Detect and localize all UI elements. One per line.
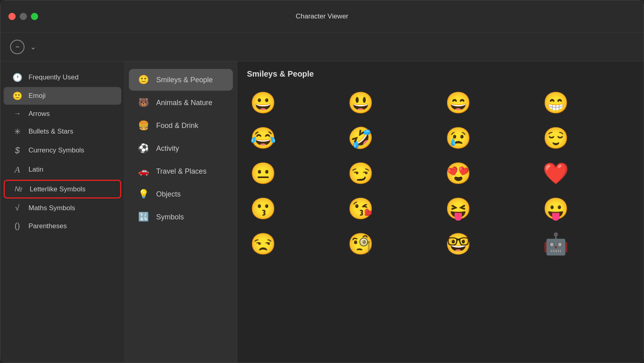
toolbar: ··· ⌄ <box>0 32 644 61</box>
sidebar-item-label: Parentheses <box>29 222 67 230</box>
emoji-cell[interactable]: 😗 <box>247 193 279 225</box>
arrow-icon: → <box>12 110 23 118</box>
emoji-cell[interactable]: ❤️ <box>540 157 572 189</box>
sidebar-item-letterlike-symbols[interactable]: № Letterlike Symbols <box>4 180 121 199</box>
sidebar-item-latin[interactable]: A Latin <box>4 160 121 179</box>
sidebar-item-emoji[interactable]: 🙂 Emoji <box>4 87 121 105</box>
emoji-cell[interactable]: 😀 <box>247 87 279 119</box>
smileys-icon: 🙂 <box>137 75 150 85</box>
more-options-button[interactable]: ··· <box>10 40 24 54</box>
emoji-cell[interactable]: 😁 <box>540 87 572 119</box>
activity-icon: ⚽ <box>137 143 150 154</box>
parentheses-icon: () <box>12 221 23 231</box>
symbols-icon: 🔣 <box>137 212 150 222</box>
maths-icon: √ <box>12 203 23 213</box>
middle-item-label: Objects <box>156 190 181 199</box>
sidebar-item-label: Emoji <box>29 92 46 100</box>
emoji-cell[interactable]: 🤣 <box>344 122 377 154</box>
sidebar-item-label: Letterlike Symbols <box>30 185 86 193</box>
sidebar-item-label: Maths Symbols <box>29 204 75 212</box>
emoji-cell[interactable]: 😝 <box>442 193 474 225</box>
middle-item-food-drink[interactable]: 🍔 Food & Drink <box>129 115 233 136</box>
emoji-cell[interactable]: 🧐 <box>344 228 377 260</box>
emoji-cell[interactable]: 😘 <box>344 193 377 225</box>
traffic-lights <box>8 13 38 20</box>
middle-item-label: Food & Drink <box>156 122 198 130</box>
middle-item-label: Symbols <box>156 213 184 221</box>
middle-item-objects[interactable]: 💡 Objects <box>129 183 233 205</box>
emoji-cell[interactable]: 😌 <box>540 122 572 154</box>
clock-icon: 🕐 <box>12 73 23 82</box>
character-viewer-window: Character Viewer ··· ⌄ 🕐 Frequently Used… <box>0 0 644 363</box>
sidebar-item-arrows[interactable]: → Arrows <box>4 105 121 122</box>
emoji-cell[interactable]: 😂 <box>247 122 279 154</box>
emoji-icon: 🙂 <box>12 91 23 101</box>
emoji-cell[interactable]: 😒 <box>247 228 279 260</box>
currency-icon: $ <box>12 145 23 156</box>
latin-icon: A <box>12 164 23 175</box>
middle-item-travel-places[interactable]: 🚗 Travel & Places <box>129 160 233 182</box>
sidebar-item-maths-symbols[interactable]: √ Maths Symbols <box>4 199 121 217</box>
sidebar-item-label: Bullets & Stars <box>29 128 73 136</box>
letterlike-icon: № <box>13 185 24 193</box>
emoji-cell[interactable]: 😍 <box>442 157 474 189</box>
chevron-down-icon[interactable]: ⌄ <box>30 43 36 51</box>
asterisk-icon: ✳ <box>12 127 23 136</box>
main-content: 🕐 Frequently Used 🙂 Emoji → Arrows ✳ Bul… <box>0 61 644 363</box>
sidebar-item-label: Latin <box>29 166 43 174</box>
sidebar-item-label: Frequently Used <box>29 73 79 81</box>
middle-item-activity[interactable]: ⚽ Activity <box>129 138 233 159</box>
sidebar-item-label: Arrows <box>29 110 50 118</box>
objects-icon: 💡 <box>137 189 150 199</box>
middle-item-label: Travel & Places <box>156 167 206 176</box>
more-options-icon: ··· <box>16 44 19 50</box>
animals-icon: 🐻 <box>137 97 150 108</box>
travel-icon: 🚗 <box>137 166 150 176</box>
emoji-cell[interactable]: 😛 <box>540 193 572 225</box>
sidebar-item-parentheses[interactable]: () Parentheses <box>4 217 121 235</box>
titlebar: Character Viewer <box>0 0 644 32</box>
middle-panel: 🙂 Smileys & People 🐻 Animals & Nature 🍔 … <box>125 61 237 363</box>
food-icon: 🍔 <box>137 120 150 131</box>
close-button[interactable] <box>8 13 16 20</box>
middle-item-animals-nature[interactable]: 🐻 Animals & Nature <box>129 92 233 114</box>
sidebar-item-currency-symbols[interactable]: $ Currency Symbols <box>4 141 121 160</box>
middle-item-label: Animals & Nature <box>156 99 212 107</box>
sidebar: 🕐 Frequently Used 🙂 Emoji → Arrows ✳ Bul… <box>0 61 125 363</box>
emoji-cell[interactable]: 😢 <box>442 122 474 154</box>
minimize-button[interactable] <box>20 13 27 20</box>
emoji-cell[interactable]: 😐 <box>247 157 279 189</box>
emoji-cell[interactable]: 😃 <box>344 87 377 119</box>
emoji-grid: 😀 😃 😄 😁 😂 🤣 😢 😌 😐 😏 😍 ❤️ 😗 😘 😝 😛 😒 🧐 🤓 <box>247 87 634 260</box>
emoji-cell[interactable]: 🤓 <box>442 228 474 260</box>
sidebar-item-label: Currency Symbols <box>29 146 84 154</box>
right-panel: Smileys & People 😀 😃 😄 😁 😂 🤣 😢 😌 😐 😏 😍 ❤… <box>237 61 644 363</box>
window-title: Character Viewer <box>296 12 348 20</box>
sidebar-item-bullets-stars[interactable]: ✳ Bullets & Stars <box>4 123 121 140</box>
emoji-cell[interactable]: 😏 <box>344 157 377 189</box>
middle-item-label: Activity <box>156 144 179 153</box>
maximize-button[interactable] <box>31 13 38 20</box>
sidebar-item-frequently-used[interactable]: 🕐 Frequently Used <box>4 69 121 86</box>
emoji-cell[interactable]: 🤖 <box>540 228 572 260</box>
middle-item-symbols[interactable]: 🔣 Symbols <box>129 206 233 228</box>
emoji-cell[interactable]: 😄 <box>442 87 474 119</box>
right-panel-title: Smileys & People <box>247 69 634 79</box>
middle-item-label: Smileys & People <box>156 76 213 84</box>
middle-item-smileys-people[interactable]: 🙂 Smileys & People <box>129 69 233 91</box>
